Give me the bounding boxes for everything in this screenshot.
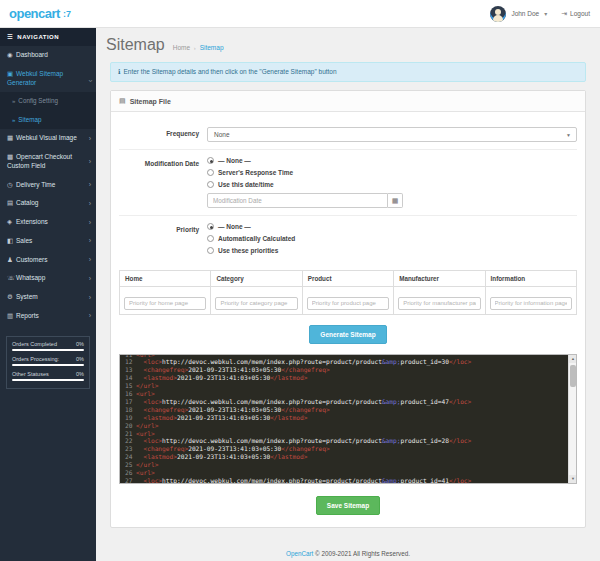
sidebar-item-label: Customers: [16, 256, 47, 263]
breadcrumb-separator: ›: [194, 45, 196, 51]
radio-button[interactable]: [207, 157, 214, 164]
radio-label: Use these priorities: [218, 247, 278, 254]
priority-radio-use-these-priorities[interactable]: Use these priorities: [207, 247, 577, 254]
puzzle-icon: ◈: [7, 218, 16, 227]
code-line: 27 <loc>http://devoc.webkul.com/mem/inde…: [120, 477, 568, 484]
sidebar-item-label: Dashboard: [16, 51, 48, 58]
sidebar-item-label: Delivery Time: [16, 181, 55, 188]
sidebar-item-extensions[interactable]: ◈Extensions›: [0, 213, 96, 232]
sidebar-item-whatsapp[interactable]: ☏Whatsapp›: [0, 269, 96, 288]
chevron-right-icon: ›: [89, 180, 91, 189]
breadcrumb-home[interactable]: Home: [173, 44, 190, 51]
main-content: Sitemap Home › Sitemap ℹEnter the Sitema…: [96, 28, 600, 561]
priority-radio-automatically-calculated[interactable]: Automatically Calculated: [207, 235, 577, 242]
breadcrumb-current[interactable]: Sitemap: [200, 44, 224, 51]
priority-radio-none[interactable]: — None —: [207, 223, 577, 230]
logout-icon: ⇥: [561, 10, 567, 18]
line-number: 15: [120, 382, 136, 390]
priority-manufacturer-input[interactable]: [398, 297, 480, 310]
code-line: 15</url>: [120, 382, 568, 390]
radio-label: Use this date/time: [218, 181, 274, 188]
priority-home-input[interactable]: [124, 297, 206, 310]
info-alert: ℹEnter the Sitemap details and then clic…: [110, 62, 586, 82]
sidebar: ☰ NAVIGATION ◉Dashboard▣Webkul Sitemap G…: [0, 28, 96, 561]
code-scrollbar[interactable]: ▲ ▼: [568, 355, 576, 483]
radio-label: — None —: [218, 223, 251, 230]
stat-value: 0%: [76, 341, 84, 347]
modification-date-input[interactable]: [207, 193, 388, 208]
line-number: 16: [120, 390, 136, 398]
sidebar-item-label: Whatsapp: [16, 274, 45, 281]
sidebar-item-label: Opencart Checkout Custom Field: [7, 153, 72, 169]
radio-button[interactable]: [207, 181, 214, 188]
sidebar-item-system[interactable]: ⚙System›: [0, 288, 96, 307]
sidebar-item-delivery-time[interactable]: ◷Delivery Time›: [0, 176, 96, 195]
hamburger-icon: ☰: [7, 33, 13, 41]
priority-product-input[interactable]: [307, 297, 389, 310]
sidebar-item-webkul-visual-image[interactable]: ▦Webkul Visual Image›: [0, 129, 96, 148]
user-name: John Doe: [511, 10, 539, 17]
chart-icon: ▥: [7, 312, 16, 321]
code-line: 12 <loc>http://devoc.webkul.com/mem/inde…: [120, 358, 568, 366]
logout-button[interactable]: ⇥ Logout: [561, 10, 590, 18]
gear-icon: ⚙: [7, 293, 16, 302]
scroll-down-icon[interactable]: ▼: [569, 475, 577, 483]
panel-title: Sitemap File: [130, 98, 171, 105]
code-line: 19 <lastmod>2021-09-23T13:41:03+05:30</l…: [120, 414, 568, 422]
save-sitemap-button[interactable]: Save Sitemap: [316, 496, 380, 515]
priority-information-input[interactable]: [490, 297, 572, 310]
radio-button[interactable]: [207, 235, 214, 242]
footer: OpenCart © 2009-2021 All Rights Reserved…: [96, 528, 600, 561]
sidebar-item-reports[interactable]: ▥Reports›: [0, 307, 96, 326]
tags-icon: ▤: [7, 199, 16, 208]
generate-sitemap-button[interactable]: Generate Sitemap: [309, 325, 386, 344]
submenu-arrow-icon: »: [12, 117, 15, 123]
calendar-button[interactable]: ▦: [388, 193, 403, 208]
sidebar-item-webkul-sitemap-generator[interactable]: ▣Webkul Sitemap Generator›: [0, 65, 96, 93]
whatsapp-icon: ☏: [7, 274, 16, 283]
image-icon: ▦: [7, 134, 16, 143]
frequency-label: Frequency: [119, 127, 207, 142]
chevron-right-icon: ›: [89, 237, 91, 246]
line-number: 18: [120, 406, 136, 414]
stat-orders-processing: Orders Processing:0%: [12, 356, 84, 366]
radio-label: Server's Response Time: [218, 169, 293, 176]
code-line: 22 <loc>http://devoc.webkul.com/mem/inde…: [120, 437, 568, 445]
sidebar-item-config-setting[interactable]: »Config Setting: [0, 92, 96, 111]
radio-button[interactable]: [207, 223, 214, 230]
sidebar-item-label: Extensions: [16, 218, 48, 225]
scroll-up-icon[interactable]: ▲: [569, 355, 577, 363]
sidebar-item-sitemap[interactable]: »Sitemap: [0, 111, 96, 130]
line-number: 17: [120, 398, 136, 406]
chevron-right-icon: ›: [85, 79, 94, 81]
scrollbar-thumb[interactable]: [570, 365, 576, 387]
opencart-logo[interactable]: opencart :7: [0, 6, 71, 21]
priority-category-input[interactable]: [215, 297, 297, 310]
chevron-right-icon: ›: [89, 274, 91, 283]
sitemap-xml-editor[interactable]: 11<url>12 <loc>http://devoc.webkul.com/m…: [119, 354, 577, 484]
sidebar-item-label: System: [16, 293, 38, 300]
nav-header-label: NAVIGATION: [17, 34, 59, 40]
sidebar-item-dashboard[interactable]: ◉Dashboard: [0, 46, 96, 65]
stat-other-statuses: Other Statuses0%: [12, 371, 84, 381]
line-number: 25: [120, 461, 136, 469]
frequency-select[interactable]: None ▼: [207, 127, 577, 142]
modification-radio-use-this-date-time[interactable]: Use this date/time: [207, 181, 577, 188]
radio-button[interactable]: [207, 169, 214, 176]
avatar: [490, 6, 506, 22]
sidebar-item-label: Sitemap: [18, 116, 41, 123]
sidebar-item-label: Webkul Visual Image: [16, 134, 77, 141]
radio-button[interactable]: [207, 247, 214, 254]
sidebar-item-opencart-checkout-custom-field[interactable]: ▩Opencart Checkout Custom Field›: [0, 148, 96, 176]
modification-radio-none[interactable]: — None —: [207, 157, 577, 164]
sidebar-item-label: Config Setting: [18, 97, 58, 104]
sidebar-item-customers[interactable]: ♟Customers›: [0, 251, 96, 270]
user-menu[interactable]: John Doe ▾: [490, 6, 547, 22]
page-title: Sitemap: [106, 36, 165, 54]
radio-label: Automatically Calculated: [218, 235, 295, 242]
sidebar-item-catalog[interactable]: ▤Catalog›: [0, 194, 96, 213]
opencart-footer-link[interactable]: OpenCart: [286, 550, 313, 557]
stat-label: Orders Completed: [12, 341, 57, 347]
sidebar-item-sales[interactable]: ◧Sales›: [0, 232, 96, 251]
modification-radio-server-s-response-time[interactable]: Server's Response Time: [207, 169, 577, 176]
